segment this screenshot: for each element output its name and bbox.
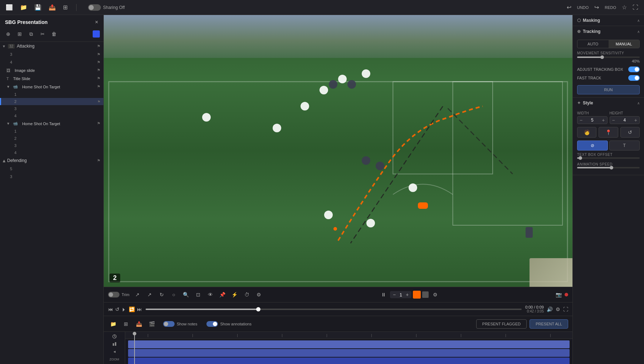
save-icon[interactable]: 💾 (34, 4, 42, 11)
sidebar-item-4[interactable]: 4 ⚑ (0, 58, 103, 66)
tab-auto[interactable]: AUTO (577, 40, 609, 48)
sub-item-hs2-3[interactable]: 3 (0, 142, 103, 149)
timeline-tracks[interactable]: | | | | | | | | | | (125, 332, 572, 364)
timer-tool[interactable]: ⏱ (242, 290, 252, 300)
trim-toggle[interactable]: Trim (108, 292, 130, 297)
sharing-toggle[interactable]: Sharing Off (88, 4, 125, 11)
sensitivity-slider[interactable] (577, 56, 640, 58)
crop-tool[interactable]: ⊡ (193, 290, 203, 300)
sidebar-subgroup-home-shot1[interactable]: ▼ 📹 Home Shot On Target ⚑ (0, 83, 103, 91)
eye-tool[interactable]: 👁 (205, 290, 215, 300)
settings-tool[interactable]: ⚙ (254, 290, 264, 300)
tracking-header[interactable]: ⊕ Tracking ∧ (573, 26, 644, 37)
progress-thumb[interactable] (256, 307, 260, 311)
notes-toggle[interactable] (163, 321, 175, 327)
sidebar-close-icon[interactable]: ✕ (95, 20, 98, 25)
curve-arrow-tool[interactable]: ↻ (157, 290, 167, 300)
sidebar-item-3b[interactable]: 3 (0, 173, 103, 181)
color-swatch[interactable] (413, 291, 421, 299)
offset-thumb[interactable] (579, 156, 582, 160)
style-header[interactable]: ✦ Style ∧ (573, 98, 644, 108)
loop-btn[interactable]: 🔁 (129, 306, 135, 312)
undo-label[interactable]: UNDO (577, 5, 589, 10)
trim-pill[interactable] (108, 292, 119, 297)
sensitivity-thumb[interactable] (600, 55, 604, 59)
sub-item-hs2-1[interactable]: 1 (0, 128, 103, 135)
width-minus[interactable]: − (580, 117, 582, 123)
present-all-btn[interactable]: PRESENT ALL (530, 319, 568, 329)
timeline-track-2[interactable] (128, 349, 570, 357)
star-icon[interactable]: ☆ (622, 4, 627, 11)
sidebar-item-5[interactable]: 5 (0, 165, 103, 173)
sub-item-hs1-3[interactable]: 3 (0, 105, 103, 112)
masking-header[interactable]: ⬡ Masking ∧ (573, 15, 644, 26)
import-btn[interactable]: 📥 (134, 319, 144, 329)
height-plus[interactable]: + (634, 117, 637, 123)
tab-manual[interactable]: MANUAL (609, 40, 640, 48)
fullscreen-icon[interactable]: ⛶ (563, 306, 568, 312)
layout-icon[interactable]: ⊞ (63, 4, 68, 11)
speed-tool[interactable]: ⚡ (230, 290, 240, 300)
height-minus[interactable]: − (612, 117, 615, 123)
run-btn[interactable]: RUN (577, 85, 640, 94)
arrow-tool[interactable]: ↗ (145, 290, 155, 300)
progress-bar[interactable] (146, 309, 522, 310)
camera-icon[interactable]: 📷 (556, 292, 562, 297)
rotate-icon-btn[interactable]: ↺ (620, 127, 640, 138)
play-btn[interactable]: ⏵ (122, 306, 127, 312)
zoom-tool[interactable]: 🔍 (181, 290, 191, 300)
sharing-pill[interactable] (88, 4, 101, 11)
undo-icon[interactable]: ↩ (567, 4, 571, 11)
select-tool[interactable]: ↗ (132, 290, 142, 300)
width-input[interactable]: − 5 + (577, 116, 608, 124)
color-picker[interactable] (93, 30, 100, 38)
pause-btn[interactable]: ⏸ (379, 290, 389, 300)
animation-speed-slider[interactable] (577, 167, 640, 168)
style-mode-slash[interactable]: ⊘ (577, 141, 608, 151)
present-flagged-btn[interactable]: PRESENT FLAGGED (476, 319, 527, 329)
sidebar-subgroup-title-slide[interactable]: T Title Slide ⚑ (0, 74, 103, 83)
sidebar-group-header-defending[interactable]: ▶ Defending ⚑ (0, 156, 103, 165)
settings-icon[interactable]: ⚙ (556, 306, 560, 312)
sidebar-item-3[interactable]: 3 ⚑ (0, 50, 103, 58)
more-tool[interactable]: ⚙ (430, 290, 440, 300)
height-input[interactable]: − 4 + (610, 116, 640, 124)
new-doc-icon[interactable]: ⬜ (6, 4, 13, 11)
skip-fwd-btn[interactable]: ⏭ (137, 306, 142, 312)
anim-thumb[interactable] (610, 166, 613, 169)
sub-item-hs1-2[interactable]: 2 ⚑ (0, 98, 103, 105)
sub-item-hs2-4[interactable]: 4 (0, 149, 103, 156)
redo-label[interactable]: REDO (605, 5, 616, 10)
skip-back-btn[interactable]: ⏮ (108, 306, 113, 312)
add-btn[interactable]: ⊞ (15, 29, 24, 39)
person-icon-btn[interactable]: 🧑 (577, 127, 596, 138)
ellipse-tool[interactable]: ○ (169, 290, 179, 300)
sidebar-subgroup-image-slide[interactable]: 🖼 Image slide ⚑ (0, 66, 103, 74)
adjust-tracking-toggle[interactable] (628, 67, 640, 72)
volume-icon[interactable]: 🔊 (547, 306, 553, 312)
fast-track-toggle[interactable] (628, 75, 640, 81)
sub-item-hs1-1[interactable]: 1 (0, 91, 103, 98)
timeline-track-1[interactable] (128, 340, 570, 348)
add-slide-btn[interactable]: ⊞ (121, 319, 131, 329)
new-slide-btn[interactable]: ⊕ (4, 29, 13, 39)
share-icon[interactable]: 📤 (49, 4, 56, 11)
replay-btn[interactable]: ↺ (115, 306, 119, 312)
copy-btn[interactable]: ⧉ (26, 29, 36, 39)
textbox-offset-slider[interactable] (577, 157, 640, 159)
counter-plus[interactable]: + (406, 292, 409, 297)
delete-btn[interactable]: 🗑 (49, 29, 59, 39)
cut-btn[interactable]: ✂ (38, 29, 47, 39)
width-plus[interactable]: + (602, 117, 605, 123)
timeline-track-3[interactable] (128, 358, 570, 364)
annotations-toggle[interactable] (206, 321, 218, 327)
folder-icon[interactable]: 📁 (20, 4, 27, 11)
sub-item-hs2-2[interactable]: 2 (0, 135, 103, 142)
folder-btn[interactable]: 📁 (108, 319, 118, 329)
style-mode-text[interactable]: T (609, 141, 640, 151)
sidebar-subgroup-home-shot2[interactable]: ▼ 📹 Home Shot On Target ⚑ (0, 119, 103, 128)
expand-icon[interactable]: ⛶ (633, 4, 638, 11)
sidebar-group-header-attacking[interactable]: ▼ 32 Attacking ⚑ (0, 42, 103, 50)
sub-item-hs1-4[interactable]: 4 (0, 112, 103, 119)
pin-icon-btn[interactable]: 📍 (599, 127, 618, 138)
